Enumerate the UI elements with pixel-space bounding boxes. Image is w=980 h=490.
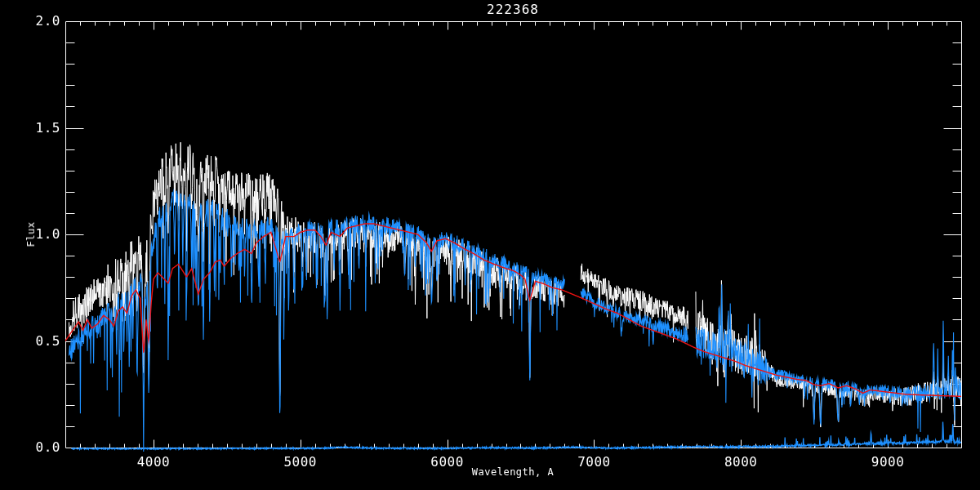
x-tick-label: 4000 (117, 454, 190, 470)
x-tick-label: 9000 (851, 454, 924, 470)
y-tick-label: 1.0 (0, 226, 60, 242)
y-tick-label: 1.5 (0, 120, 60, 136)
plot-title: 222368 (487, 2, 539, 17)
y-tick-label: 0.0 (0, 439, 60, 455)
y-tick-label: 2.0 (0, 13, 60, 29)
y-tick-label: 0.5 (0, 333, 60, 349)
x-tick-label: 6000 (411, 454, 484, 470)
spectrum-plot-window: 222368 Flux Wavelength, A 40005000600070… (0, 0, 980, 490)
x-tick-label: 7000 (557, 454, 630, 470)
x-tick-label: 8000 (704, 454, 777, 470)
x-tick-label: 5000 (264, 454, 337, 470)
x-axis-label: Wavelength, A (472, 466, 554, 478)
spectrum-canvas (0, 0, 980, 490)
